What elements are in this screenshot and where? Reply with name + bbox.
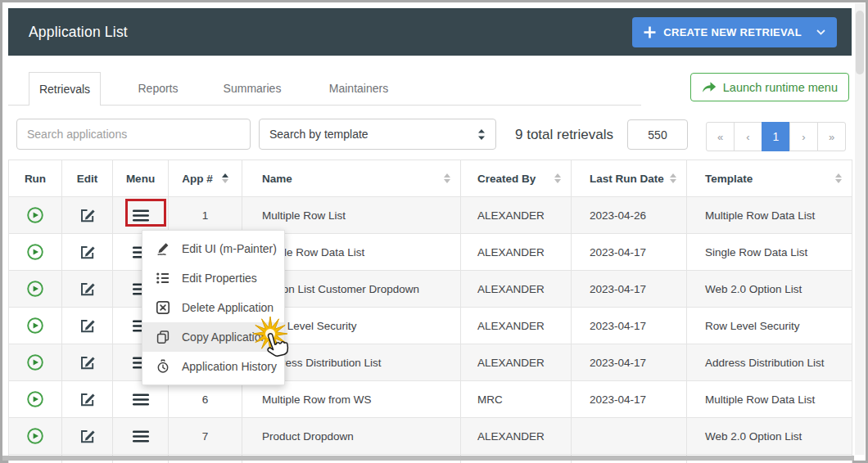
pagination-last-button[interactable]: »: [817, 122, 846, 151]
history-watch-icon: [155, 359, 171, 374]
template-cell: Row Level Security: [687, 308, 852, 344]
template-filter-select[interactable]: Search by template: [259, 119, 496, 150]
edit-cell: [62, 234, 113, 271]
sort-icon[interactable]: [554, 173, 561, 185]
hamburger-menu-icon[interactable]: [133, 209, 149, 222]
list-icon: [155, 271, 171, 285]
tab-summaries[interactable]: Summaries: [215, 72, 289, 105]
tab-retrievals-label: Retrievals: [39, 83, 90, 96]
edit-pencil-square-icon[interactable]: [79, 428, 96, 444]
app-number-cell: 7: [169, 418, 242, 455]
menu-item-label: Edit UI (m-Painter): [182, 242, 277, 255]
table-row: 6 Multiple Row from WS MRC 2023-04-17 Mu…: [9, 381, 852, 418]
column-header-run: Run: [9, 160, 62, 197]
app-number-cell: 6: [169, 381, 242, 418]
column-header-created-by[interactable]: Created By: [461, 160, 572, 197]
run-play-icon[interactable]: [26, 243, 44, 261]
template-cell: Multiple Row Data List: [687, 197, 852, 234]
sort-icon[interactable]: [835, 173, 842, 185]
app-number-cell: 1: [169, 197, 242, 234]
horizontal-scrollbar[interactable]: [2, 456, 854, 461]
run-play-icon[interactable]: [26, 317, 44, 335]
name-cell: Multiple Row from WS: [242, 381, 461, 418]
edit-pencil-square-icon[interactable]: [79, 207, 96, 223]
sort-icon[interactable]: [670, 173, 676, 185]
hamburger-menu-icon[interactable]: [133, 393, 149, 406]
launch-runtime-menu-button[interactable]: Launch runtime menu: [690, 73, 849, 101]
last-run-date-cell: 2023-04-17: [572, 308, 687, 344]
tab-reports[interactable]: Reports: [127, 72, 189, 105]
run-cell: [9, 271, 62, 308]
pagination-page-1-button[interactable]: 1: [762, 122, 790, 151]
column-header-edit: Edit: [62, 160, 113, 197]
column-header-last-run-date[interactable]: Last Run Date: [572, 160, 687, 197]
search-input[interactable]: [16, 119, 251, 150]
created-by-cell: ALEXANDER: [461, 344, 572, 381]
template-cell: Multiple Row Data List: [687, 381, 852, 418]
run-play-icon[interactable]: [26, 206, 44, 224]
edit-pencil-square-icon[interactable]: [79, 391, 96, 407]
tab-summaries-label: Summaries: [224, 82, 282, 95]
pagination-next-button[interactable]: ›: [789, 122, 818, 151]
run-cell: [9, 344, 62, 381]
column-header-app-number[interactable]: App #: [169, 160, 242, 197]
template-cell: Single Row Data List: [687, 234, 852, 271]
menu-item-label: Application History: [182, 360, 277, 373]
hamburger-menu-icon[interactable]: [133, 430, 149, 443]
run-play-icon[interactable]: [26, 427, 44, 445]
pagination-first-button[interactable]: «: [706, 122, 735, 151]
pagination-prev-button[interactable]: ‹: [734, 122, 762, 151]
tab-maintainers[interactable]: Maintainers: [322, 72, 396, 105]
template-cell: Web 2.0 Option List: [687, 271, 852, 308]
total-retrievals-label: 9 total retrievals: [515, 127, 613, 143]
name-cell: Multiple Row List: [242, 197, 461, 234]
last-run-date-cell: [572, 418, 687, 455]
column-header-menu: Menu: [113, 160, 169, 197]
menu-item-delete-application[interactable]: Delete Application: [142, 293, 284, 322]
edit-cell: [62, 308, 113, 344]
edit-cell: [62, 418, 113, 455]
run-play-icon[interactable]: [26, 390, 44, 408]
created-by-cell: MRC: [461, 381, 572, 418]
vertical-scrollbar[interactable]: [855, 3, 865, 455]
last-run-date-cell: 2023-04-26: [572, 197, 687, 234]
plus-icon: [644, 26, 656, 38]
run-play-icon[interactable]: [26, 353, 44, 371]
edit-pencil-square-icon[interactable]: [79, 244, 96, 260]
created-by-cell: ALEXANDER: [461, 271, 572, 308]
edit-pencil-square-icon[interactable]: [79, 317, 96, 334]
rows-per-page-input[interactable]: [627, 119, 688, 150]
tab-retrievals[interactable]: Retrievals: [29, 72, 101, 106]
menu-item-label: Copy Application: [182, 330, 267, 344]
topbar: Application List CREATE NEW RETRIEVAL: [8, 8, 852, 56]
menu-cell: [113, 418, 169, 455]
pagination: « ‹ 1 › »: [706, 122, 846, 151]
menu-item-copy-application[interactable]: Copy Application: [142, 322, 284, 352]
launch-arrow-icon: [702, 81, 717, 94]
menu-cell: [113, 197, 169, 234]
create-new-retrieval-button[interactable]: CREATE NEW RETRIEVAL: [632, 17, 837, 47]
run-play-icon[interactable]: [26, 280, 44, 298]
sort-icon[interactable]: [444, 173, 450, 185]
column-header-name[interactable]: Name: [242, 160, 461, 197]
menu-item-edit-properties[interactable]: Edit Properties: [142, 263, 284, 293]
created-by-cell: ALEXANDER: [461, 418, 572, 455]
launch-runtime-menu-label: Launch runtime menu: [723, 81, 838, 94]
pen-signature-icon: [155, 241, 171, 256]
chevron-down-icon[interactable]: [816, 29, 825, 35]
menu-item-edit-ui[interactable]: Edit UI (m-Painter): [142, 234, 284, 263]
tabs-underline: [8, 105, 641, 106]
tab-reports-label: Reports: [138, 82, 178, 95]
run-cell: [9, 197, 62, 234]
edit-pencil-square-icon[interactable]: [79, 354, 96, 371]
edit-pencil-square-icon[interactable]: [79, 281, 96, 297]
table-row: 3 Option List Customer Dropdown ALEXANDE…: [9, 271, 852, 308]
column-header-template[interactable]: Template: [687, 160, 852, 197]
sort-icon[interactable]: [222, 173, 228, 185]
vertical-scrollbar-thumb[interactable]: [856, 11, 864, 74]
created-by-cell: ALEXANDER: [461, 197, 572, 234]
table-row: 5 Address Distribution List ALEXANDER 20…: [9, 344, 852, 381]
name-cell: Product Dropdown: [242, 418, 461, 455]
menu-item-application-history[interactable]: Application History: [142, 352, 284, 381]
row-context-menu: Edit UI (m-Painter) Edit Properties Dele…: [142, 230, 285, 385]
